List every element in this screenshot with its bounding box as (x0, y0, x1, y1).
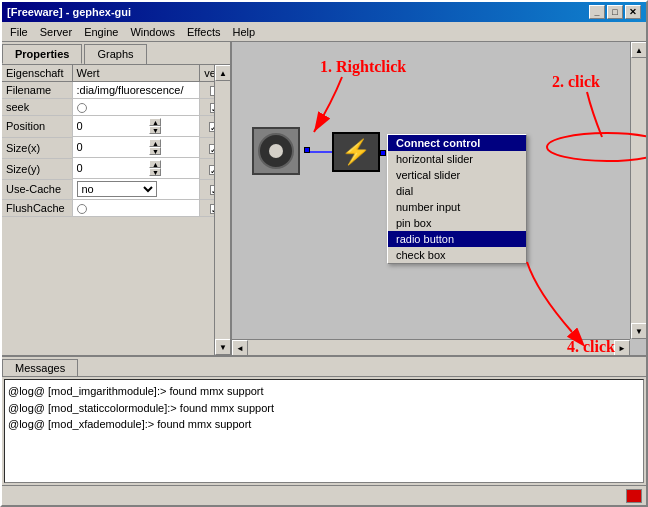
prop-name-sizey: Size(y) (2, 158, 72, 179)
prop-value-sizex: ▲ ▼ (73, 137, 200, 158)
prop-value-flushcache (72, 200, 200, 217)
messages-panel: Messages @log@ [mod_imgarithmodule]:> fo… (2, 355, 646, 485)
usecache-select[interactable]: no yes (77, 181, 157, 197)
left-panel-scrollbar-v: ▲ ▼ (214, 65, 230, 355)
ctx-item-number-input[interactable]: number input (388, 199, 526, 215)
context-menu: Connect control horizontal slider vertic… (387, 134, 527, 264)
sizex-input[interactable] (77, 141, 148, 153)
sizey-up-btn[interactable]: ▲ (149, 160, 161, 168)
menu-effects[interactable]: Effects (181, 24, 226, 40)
prop-value-usecache: no yes (72, 179, 200, 200)
left-panel: Properties Graphs Eigenschaft Wert vers (2, 42, 232, 355)
sizex-up-btn[interactable]: ▲ (149, 139, 161, 147)
node-inner (258, 133, 294, 169)
canvas-scroll-down[interactable]: ▼ (631, 323, 646, 339)
table-row: Size(x) ▲ ▼ ✓ (2, 137, 230, 158)
tab-properties[interactable]: Properties (2, 44, 82, 64)
lightning-symbol: ⚡ (341, 138, 371, 166)
menu-engine[interactable]: Engine (78, 24, 124, 40)
canvas-area[interactable]: ⚡ Connect control horizontal slider vert… (232, 42, 646, 355)
messages-content: @log@ [mod_imgarithmodule]:> found mmx s… (4, 379, 644, 483)
sizey-down-btn[interactable]: ▼ (149, 168, 161, 176)
title-bar: [Freeware] - gephex-gui _ □ ✕ (2, 2, 646, 22)
svg-text:2. click: 2. click (552, 73, 600, 90)
maximize-button[interactable]: □ (607, 5, 623, 19)
canvas-scrollbar-v: ▲ ▼ (630, 42, 646, 339)
menu-file[interactable]: File (4, 24, 34, 40)
position-down-btn[interactable]: ▼ (149, 126, 161, 134)
canvas-scroll-left[interactable]: ◄ (232, 340, 248, 355)
properties-table: Eigenschaft Wert vers Filename (2, 65, 230, 217)
prop-value-filename[interactable] (72, 82, 200, 99)
messages-tabs: Messages (2, 357, 646, 377)
node-connector-left[interactable] (304, 147, 310, 153)
svg-text:1. Rightclick: 1. Rightclick (320, 58, 406, 76)
menu-bar: File Server Engine Windows Effects Help (2, 22, 646, 42)
main-window: [Freeware] - gephex-gui _ □ ✕ File Serve… (0, 0, 648, 507)
tab-messages[interactable]: Messages (2, 359, 78, 376)
status-icon (626, 489, 642, 503)
canvas-scrollbar-h: ◄ ► (232, 339, 630, 355)
close-button[interactable]: ✕ (625, 5, 641, 19)
scroll-up-btn[interactable]: ▲ (215, 65, 230, 81)
menu-windows[interactable]: Windows (124, 24, 181, 40)
prop-name-seek: seek (2, 99, 72, 116)
tab-graphs[interactable]: Graphs (84, 44, 146, 64)
left-tabs: Properties Graphs (2, 42, 230, 65)
prop-name-position: Position (2, 116, 72, 138)
col-eigenschaft: Eigenschaft (2, 65, 72, 82)
scroll-down-btn[interactable]: ▼ (215, 339, 230, 355)
menu-help[interactable]: Help (226, 24, 261, 40)
table-row: seek ✓ (2, 99, 230, 116)
col-wert: Wert (72, 65, 200, 82)
canvas-scroll-track-v (631, 58, 646, 323)
prop-name-filename: Filename (2, 82, 72, 99)
prop-value-seek (72, 99, 200, 116)
main-split: Properties Graphs Eigenschaft Wert vers (2, 42, 646, 355)
sizey-input[interactable] (77, 162, 148, 174)
canvas-scroll-right[interactable]: ► (614, 340, 630, 355)
ctx-item-check-box[interactable]: check box (388, 247, 526, 263)
prop-name-sizex: Size(x) (2, 137, 72, 158)
ctx-item-pin-box[interactable]: pin box (388, 215, 526, 231)
table-row: Use-Cache no yes (2, 179, 230, 200)
log-line-2: @log@ [mod_staticcolormodule]:> found mm… (8, 400, 640, 417)
table-row: Filename (2, 82, 230, 99)
sizex-down-btn[interactable]: ▼ (149, 147, 161, 155)
radio-flushcache[interactable] (77, 204, 87, 214)
ctx-item-horizontal-slider[interactable]: horizontal slider (388, 151, 526, 167)
table-row: Position ▲ ▼ ✓ (2, 116, 230, 138)
window-title: [Freeware] - gephex-gui (7, 6, 131, 18)
content-area: Properties Graphs Eigenschaft Wert vers (2, 42, 646, 505)
scroll-track (215, 81, 230, 339)
lightning-node[interactable]: ⚡ (332, 132, 380, 172)
title-bar-buttons: _ □ ✕ (589, 5, 641, 19)
context-menu-header: Connect control (388, 135, 526, 151)
log-line-3: @log@ [mod_xfademodule]:> found mmx supp… (8, 416, 640, 433)
prop-name-usecache: Use-Cache (2, 179, 72, 200)
canvas-scroll-up[interactable]: ▲ (631, 42, 646, 58)
ctx-item-vertical-slider[interactable]: vertical slider (388, 167, 526, 183)
prop-value-sizey: ▲ ▼ (73, 158, 200, 179)
menu-server[interactable]: Server (34, 24, 78, 40)
table-row: Size(y) ▲ ▼ ✓ (2, 158, 230, 179)
log-line-1: @log@ [mod_imgarithmodule]:> found mmx s… (8, 383, 640, 400)
ctx-item-dial[interactable]: dial (388, 183, 526, 199)
minimize-button[interactable]: _ (589, 5, 605, 19)
position-up-btn[interactable]: ▲ (149, 118, 161, 126)
camera-node[interactable] (252, 127, 300, 175)
status-bar (2, 485, 646, 505)
right-canvas: ⚡ Connect control horizontal slider vert… (232, 42, 646, 355)
ctx-item-radio-button[interactable]: radio button (388, 231, 526, 247)
position-input[interactable] (77, 120, 148, 132)
radio-seek[interactable] (77, 103, 87, 113)
table-row: FlushCache ✓ (2, 200, 230, 217)
prop-name-flushcache: FlushCache (2, 200, 72, 217)
node-center (269, 144, 283, 158)
node-connector-right[interactable] (380, 150, 386, 156)
prop-value-position: ▲ ▼ (73, 116, 200, 137)
canvas-scroll-track-h (248, 340, 614, 355)
filename-input[interactable] (77, 84, 196, 96)
